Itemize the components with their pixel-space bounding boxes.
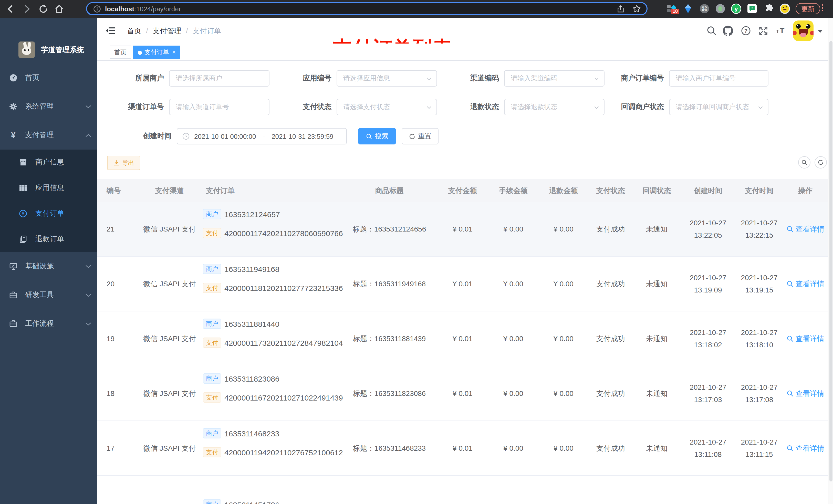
refund-status-select[interactable]: 请选择退款状态 [504, 99, 604, 115]
extension-dot-icon[interactable] [715, 4, 725, 14]
filter-channel-order-no: 渠道订单号 请输入渠道订单号 [92, 99, 269, 115]
col-paid: 支付时间 [745, 179, 774, 202]
view-detail-link[interactable]: 查看详情 [786, 202, 824, 256]
cell-created-time: 2021-10-2713:22:05 [690, 217, 726, 241]
sidebar-item-workflow[interactable]: 工作流程 [0, 309, 97, 338]
cell-channel: 微信 JSAPI 支付 [143, 311, 196, 366]
sidebar-item-refund-order[interactable]: 退款订单 [0, 226, 97, 252]
view-detail-link[interactable]: 查看详情 [786, 311, 824, 366]
chevron-down-icon [86, 105, 91, 109]
cell-pay-status: 支付成功 [596, 311, 625, 366]
extension-badge: 10 [671, 9, 679, 14]
cell-title: 标题：1635311949168 [353, 257, 426, 311]
table-refresh-button[interactable] [814, 156, 827, 169]
svg-text:T: T [776, 29, 779, 34]
sidebar-item-dev-tools[interactable]: 研发工具 [0, 281, 97, 309]
svg-text:⌘: ⌘ [701, 5, 708, 12]
fullscreen-icon[interactable] [758, 26, 768, 36]
channel-code-select[interactable]: 请输入渠道编码 [504, 70, 604, 87]
search-icon[interactable] [707, 26, 717, 36]
forward-icon[interactable] [22, 4, 32, 14]
github-icon[interactable] [723, 26, 733, 36]
chevron-down-icon [86, 322, 91, 326]
reset-button[interactable]: 重置 [402, 128, 438, 144]
table-row[interactable]: 21 微信 JSAPI 支付 商户 1635312124657 支付 42000… [97, 202, 828, 257]
cell-channel: 微信 JSAPI 支付 [143, 421, 196, 475]
avatar-caret-icon[interactable] [818, 30, 823, 33]
sidebar-collapse-icon[interactable] [105, 26, 116, 36]
user-avatar[interactable] [793, 21, 813, 41]
merchant-order-no: 1635311823086 [224, 374, 280, 383]
extension-chat-icon[interactable] [747, 4, 757, 14]
share-icon[interactable] [616, 4, 625, 13]
text-size-icon[interactable]: TT [775, 26, 785, 36]
sidebar-item-pay[interactable]: ¥ 支付管理 [0, 121, 97, 149]
view-detail-link[interactable]: 查看详情 [786, 366, 824, 421]
breadcrumb-home[interactable]: 首页 [127, 27, 141, 35]
cell-created-time: 2021-10-2713:11:08 [690, 436, 726, 460]
merchant-tag: 商户 [203, 209, 221, 219]
address-bar[interactable]: localhost:1024/pay/order [86, 2, 647, 15]
channel-order-no-input[interactable]: 请输入渠道订单号 [169, 99, 269, 115]
tag-close-icon[interactable]: × [172, 49, 176, 56]
scrollbar-thumb[interactable] [829, 41, 832, 481]
extension-gem-icon[interactable] [683, 4, 693, 14]
extension-y-icon[interactable]: y [731, 4, 741, 14]
sidebar-menu: 首页 系统管理 ¥ 支付管理 商户信息 [0, 64, 97, 338]
callback-status-select[interactable]: 请选择订单回调商户状态 [669, 99, 768, 115]
home-icon[interactable] [54, 4, 65, 14]
filter-label: 回调商户状态 [592, 102, 669, 112]
vertical-scrollbar[interactable] [828, 18, 833, 504]
reload-icon[interactable] [38, 4, 49, 14]
date-range-input[interactable]: 2021-10-01 00:00:00 - 2021-10-31 23:59:5… [177, 128, 347, 144]
search-button[interactable]: 搜索 [358, 128, 396, 144]
app-select[interactable]: 请选择应用信息 [337, 70, 437, 87]
table-search-toggle-button[interactable] [798, 156, 810, 169]
merchant-tag: 商户 [203, 499, 221, 504]
sidebar-item-app-info[interactable]: 应用信息 [0, 175, 97, 201]
view-detail-link[interactable]: 查看详情 [786, 257, 824, 311]
sidebar-item-pay-order[interactable]: ¥ 支付订单 [0, 201, 97, 226]
export-button[interactable]: 导出 [107, 156, 140, 170]
extensions-puzzle-icon[interactable] [764, 4, 775, 14]
cell-title: 标题：1635312124656 [353, 202, 426, 256]
top-navbar: 首页/支付管理/支付订单 支付订单列表 ? TT [97, 18, 833, 44]
sidebar-item-merchant-info[interactable]: 商户信息 [0, 149, 97, 175]
sidebar-item-system[interactable]: 系统管理 [0, 92, 97, 121]
sidebar-item-label: 研发工具 [25, 290, 54, 299]
pay-order-no: 4200001181202110277723215336 [224, 284, 343, 292]
view-detail-link[interactable]: 查看详情 [786, 421, 824, 475]
pay-status-select[interactable]: 请选择支付状态 [337, 99, 437, 115]
table-header: 编号 支付渠道 支付订单 商品标题 支付金额 手续金额 退款金额 支付状态 回调… [97, 179, 828, 202]
site-info-icon[interactable] [93, 5, 101, 13]
pay-order-no: 4200001174202110278060590766 [224, 229, 343, 237]
table-row[interactable]: 20 微信 JSAPI 支付 商户 1635311949168 支付 42000… [97, 257, 828, 311]
table-row[interactable]: 19 微信 JSAPI 支付 商户 1635311881440 支付 42000… [97, 311, 828, 366]
dashboard-icon [9, 74, 18, 82]
browser-menu-icon[interactable] [822, 4, 823, 11]
help-icon[interactable]: ? [741, 26, 751, 36]
tag-pay-order[interactable]: 支付订单× [133, 46, 180, 59]
cell-refund: ¥ 0.00 [553, 202, 573, 256]
cell-title: 标题：1635311823086 [353, 366, 426, 421]
filter-label: 所属商户 [92, 74, 169, 83]
download-icon [113, 160, 119, 166]
bookmark-star-icon[interactable] [632, 4, 641, 13]
col-action: 操作 [798, 179, 812, 202]
chrome-update-button[interactable]: 更新 [795, 3, 820, 14]
cell-id: 17 [106, 421, 115, 475]
sidebar-item-infrastructure[interactable]: 基础设施 [0, 252, 97, 281]
sidebar-item-home[interactable]: 首页 [0, 64, 97, 92]
merchant-input[interactable]: 请选择所属商户 [169, 70, 269, 87]
filter-app: 应用编号 请选择应用信息 [260, 70, 437, 87]
filter-label: 退款状态 [427, 102, 504, 112]
merchant-order-no-input[interactable]: 请输入商户订单编号 [669, 70, 768, 87]
tag-home[interactable]: 首页 [110, 46, 131, 59]
extension-command-icon[interactable]: ⌘ [699, 4, 710, 14]
back-icon[interactable] [5, 4, 16, 14]
table-row[interactable]: 18 微信 JSAPI 支付 商户 1635311823086 支付 42000… [97, 366, 828, 421]
cell-refund: ¥ 0.00 [553, 366, 573, 421]
profile-avatar-icon[interactable] [780, 4, 790, 14]
table-row[interactable]: 17 微信 JSAPI 支付 商户 1635311468233 支付 42000… [97, 421, 828, 476]
merchant-order-no: 1635311881440 [224, 319, 280, 328]
